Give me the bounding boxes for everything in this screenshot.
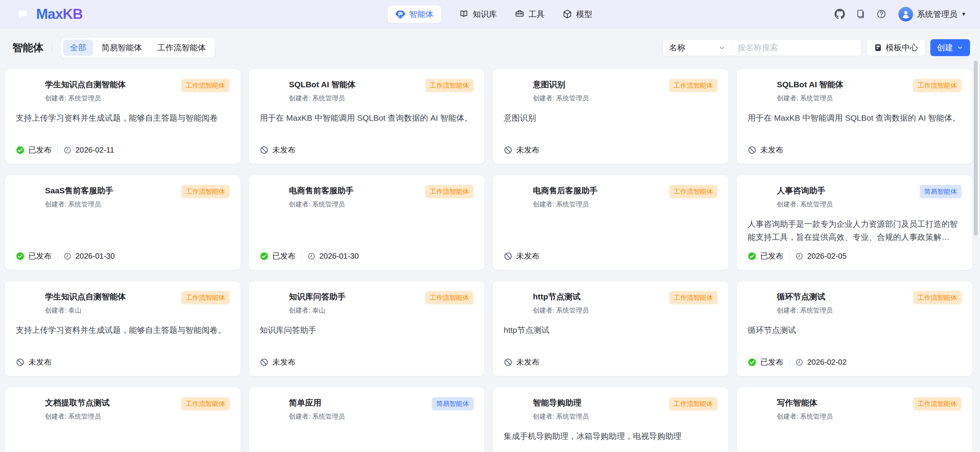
agent-avatar: [16, 185, 38, 207]
search-field-select[interactable]: 名称: [663, 40, 731, 56]
status-divider: [789, 253, 790, 260]
agent-creator: 创建者: 系统管理员: [777, 94, 908, 103]
agent-name: 循环节点测试: [777, 291, 908, 302]
unpublished-ban-icon: [16, 358, 25, 367]
agent-card[interactable]: 意图识别 创建者: 系统管理员 工作流智能体 意图识别 未发布: [493, 69, 728, 164]
agent-grid: 学生知识点自测智能体 创建者: 系统管理员 工作流智能体 支持上传学习资料并生成…: [5, 69, 972, 452]
agent-card[interactable]: 人事咨询助手 创建者: 系统管理员 简易智能体 人事咨询助手是一款专为企业人力资…: [737, 175, 972, 270]
app-logo[interactable]: MaxKB: [14, 5, 82, 23]
search-input[interactable]: [731, 40, 861, 56]
agent-head-text: SaaS售前客服助手 创建者: 系统管理员: [45, 185, 176, 209]
publish-date: 2026-01-30: [75, 252, 115, 261]
agent-description: 循环节点测试: [748, 324, 962, 337]
chevron-down-icon: [957, 44, 963, 51]
agent-avatar: [16, 79, 38, 101]
robot-icon: [16, 79, 38, 101]
agent-card[interactable]: 学生知识点自测智能体 创建者: 泰山 工作流智能体 支持上传学习资料并生成试题，…: [5, 281, 240, 376]
help-icon[interactable]: [876, 9, 887, 19]
toolbox-icon: [515, 9, 524, 19]
agent-card[interactable]: 智能导购助理 创建者: 系统管理员 工作流智能体 集成手机导购助理，冰箱导购助理…: [493, 387, 728, 452]
robot-icon: [504, 185, 526, 207]
agent-card[interactable]: 循环节点测试 创建者: 系统管理员 工作流智能体 循环节点测试 已发布 2026…: [737, 281, 972, 376]
agent-type-badge: 工作流智能体: [913, 397, 962, 410]
user-menu[interactable]: 系统管理员 ▼: [898, 7, 966, 22]
agent-card[interactable]: 写作智能体 创建者: 系统管理员 工作流智能体: [737, 387, 972, 452]
published-check-icon: [260, 252, 269, 261]
agent-card-head: 循环节点测试 创建者: 系统管理员 工作流智能体: [748, 291, 962, 315]
agent-type-badge: 工作流智能体: [181, 291, 230, 304]
agent-status-row: 未发布: [504, 251, 539, 261]
agent-head-text: 电商售前客服助手 创建者: 系统管理员: [289, 185, 420, 209]
status-label: 已发布: [760, 251, 783, 261]
unpublished-ban-icon: [504, 146, 513, 155]
nav-tab-agents[interactable]: 智能体: [388, 5, 441, 23]
vertical-scrollbar[interactable]: [974, 61, 978, 236]
agent-name: 智能导购助理: [533, 397, 664, 408]
page-header: 智能体 全部 简易智能体 工作流智能体 名称 模板中心 创建: [0, 37, 980, 58]
robot-icon: [260, 291, 282, 313]
clock-icon: [795, 252, 803, 260]
agent-avatar: [748, 291, 770, 313]
status-divider: [789, 359, 790, 366]
publish-date-group: 2026-02-11: [52, 146, 114, 155]
docs-icon[interactable]: [855, 9, 866, 19]
agent-head-text: 知识库问答助手 创建者: 泰山: [289, 291, 420, 315]
template-center-button[interactable]: 模板中心: [866, 39, 925, 56]
agent-creator: 创建者: 系统管理员: [533, 306, 664, 315]
agent-card[interactable]: 简单应用 创建者: 系统管理员 简易智能体: [249, 387, 484, 452]
agent-card[interactable]: SQLBot AI 智能体 创建者: 系统管理员 工作流智能体 用于在 MaxK…: [249, 69, 484, 164]
user-caret-icon: ▼: [961, 11, 966, 17]
agent-type-badge: 工作流智能体: [669, 79, 718, 92]
published-check-icon: [748, 252, 756, 261]
agent-creator: 创建者: 系统管理员: [533, 94, 664, 103]
page-title: 智能体: [12, 41, 43, 55]
agent-name: 写作智能体: [777, 397, 908, 408]
agent-card[interactable]: http节点测试 创建者: 系统管理员 工作流智能体 http节点测试 未发布: [493, 281, 728, 376]
agent-card-head: 写作智能体 创建者: 系统管理员 工作流智能体: [748, 397, 962, 421]
agent-creator: 创建者: 系统管理员: [45, 412, 176, 421]
agent-card[interactable]: SQLBot AI 智能体 创建者: 系统管理员 工作流智能体 用于在 MaxK…: [737, 69, 972, 164]
unpublished-ban-icon: [504, 358, 513, 367]
agent-type-badge: 工作流智能体: [669, 185, 718, 198]
agent-head-text: 意图识别 创建者: 系统管理员: [533, 79, 664, 103]
agent-card[interactable]: 电商售后客服助手 创建者: 系统管理员 工作流智能体 未发布: [493, 175, 728, 270]
status-divider: [301, 253, 302, 260]
agent-card-head: SQLBot AI 智能体 创建者: 系统管理员 工作流智能体: [748, 79, 962, 103]
agent-card-head: 文档提取节点测试 创建者: 系统管理员 工作流智能体: [16, 397, 230, 421]
agent-name: 电商售后客服助手: [533, 185, 664, 196]
robot-icon: [260, 79, 282, 101]
agent-type-badge: 工作流智能体: [669, 291, 718, 304]
agent-avatar: [504, 185, 526, 207]
agent-card-head: 人事咨询助手 创建者: 系统管理员 简易智能体: [748, 185, 962, 209]
agent-card[interactable]: 学生知识点自测智能体 创建者: 系统管理员 工作流智能体 支持上传学习资料并生成…: [5, 69, 240, 164]
agent-card-head: 电商售前客服助手 创建者: 系统管理员 工作流智能体: [260, 185, 474, 209]
agent-creator: 创建者: 系统管理员: [45, 94, 176, 103]
agent-creator: 创建者: 系统管理员: [45, 200, 176, 209]
search-field-value: 名称: [669, 42, 685, 53]
tab-simple-agent[interactable]: 简易智能体: [95, 40, 149, 56]
agent-card-head: 学生知识点自测智能体 创建者: 系统管理员 工作流智能体: [16, 79, 230, 103]
agent-avatar: [260, 185, 282, 207]
user-name: 系统管理员: [917, 9, 957, 20]
create-button[interactable]: 创建: [930, 39, 970, 56]
robot-icon: [16, 185, 38, 207]
agent-card[interactable]: 知识库问答助手 创建者: 泰山 工作流智能体 知识库问答助手 未发布: [249, 281, 484, 376]
unpublished-ban-icon: [504, 252, 513, 261]
nav-tab-tools[interactable]: 工具: [515, 9, 545, 20]
agent-head-text: 写作智能体 创建者: 系统管理员: [777, 397, 908, 421]
unpublished-ban-icon: [260, 358, 269, 367]
tab-workflow-agent[interactable]: 工作流智能体: [150, 40, 213, 56]
agent-card[interactable]: 文档提取节点测试 创建者: 系统管理员 工作流智能体: [5, 387, 240, 452]
tab-all[interactable]: 全部: [63, 40, 93, 56]
robot-icon: [748, 291, 770, 313]
agent-card-head: 电商售后客服助手 创建者: 系统管理员 工作流智能体: [504, 185, 718, 209]
nav-tab-models[interactable]: 模型: [563, 9, 593, 20]
agent-card[interactable]: 电商售前客服助手 创建者: 系统管理员 工作流智能体 已发布 2026-01-3…: [249, 175, 484, 270]
agent-type-badge: 工作流智能体: [669, 397, 718, 410]
status-label: 已发布: [28, 251, 52, 261]
agent-type-badge: 简易智能体: [920, 185, 962, 198]
github-icon[interactable]: [835, 9, 845, 19]
nav-tab-knowledge[interactable]: 知识库: [459, 9, 497, 20]
agent-card[interactable]: SaaS售前客服助手 创建者: 系统管理员 工作流智能体 已发布 2026-01…: [5, 175, 240, 270]
status-label: 已发布: [272, 251, 296, 261]
